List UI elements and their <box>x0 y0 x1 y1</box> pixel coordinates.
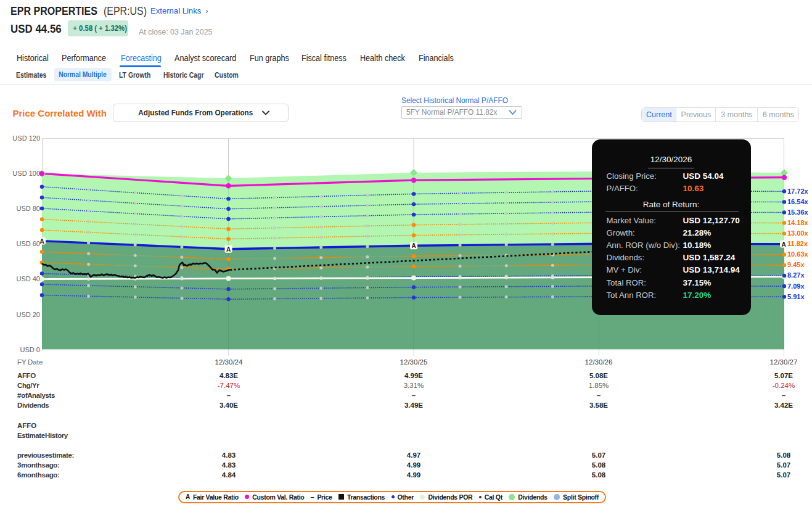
svg-text:USD 120: USD 120 <box>12 134 40 142</box>
svg-text:12/30/24: 12/30/24 <box>215 358 243 366</box>
svg-text:USD 60: USD 60 <box>16 240 40 247</box>
svg-text:USD 20: USD 20 <box>16 311 40 318</box>
svg-text:A: A <box>781 241 785 248</box>
svg-text:USD 0: USD 0 <box>20 346 40 353</box>
svg-text:12/30/26: 12/30/26 <box>585 358 613 366</box>
svg-text:USD 40: USD 40 <box>16 275 40 282</box>
svg-text:17.72x: 17.72x <box>787 187 809 195</box>
svg-text:9.45x: 9.45x <box>787 261 805 268</box>
svg-text:8.27x: 8.27x <box>787 271 805 279</box>
svg-text:7.09x: 7.09x <box>787 282 805 290</box>
svg-text:15.36x: 15.36x <box>787 208 809 216</box>
svg-text:USD 100: USD 100 <box>12 170 40 177</box>
svg-text:12/30/27: 12/30/27 <box>770 358 798 366</box>
svg-text:16.54x: 16.54x <box>787 198 809 205</box>
svg-text:FY Date: FY Date <box>17 358 43 366</box>
svg-text:13.00x: 13.00x <box>787 229 809 237</box>
svg-text:10.63x: 10.63x <box>787 250 809 258</box>
svg-text:11.82x: 11.82x <box>787 240 808 247</box>
svg-text:A: A <box>39 238 44 245</box>
svg-text:USD 80: USD 80 <box>16 205 40 212</box>
svg-text:14.18x: 14.18x <box>787 219 809 226</box>
svg-text:A: A <box>226 246 231 253</box>
svg-text:5.91x: 5.91x <box>787 293 805 300</box>
svg-text:A: A <box>411 242 416 249</box>
svg-text:12/30/25: 12/30/25 <box>400 358 428 366</box>
